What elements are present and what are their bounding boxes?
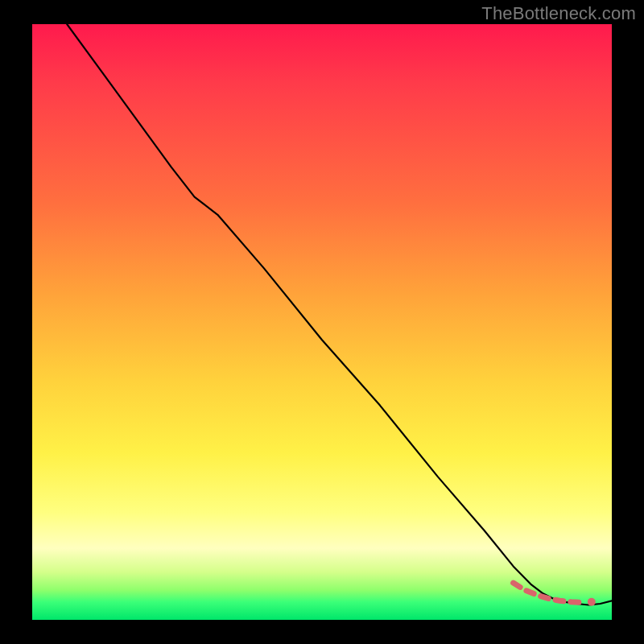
series-highlight-dashed — [514, 583, 583, 602]
plot-area — [32, 24, 612, 620]
chart-overlay — [32, 24, 612, 620]
watermark-text: TheBottleneck.com — [481, 3, 636, 24]
series-curve — [67, 24, 612, 605]
chart-stage: TheBottleneck.com — [0, 0, 644, 644]
series-highlight-dot — [588, 598, 596, 606]
